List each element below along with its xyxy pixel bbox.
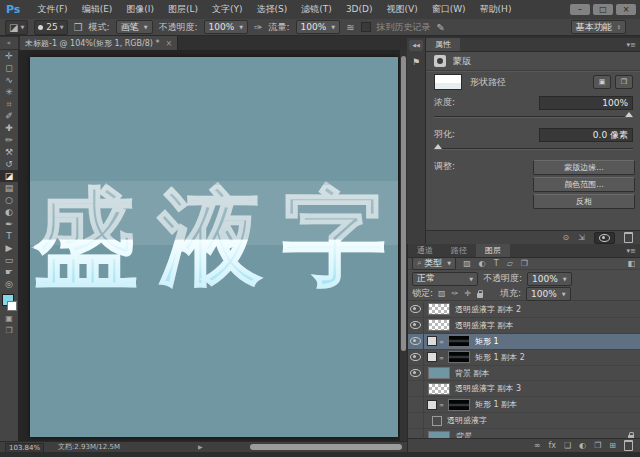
adjustment-layer-icon[interactable]: ◐ bbox=[579, 441, 586, 450]
document-canvas[interactable]: 盛液字 bbox=[30, 57, 398, 437]
layer-thumbnail[interactable] bbox=[428, 367, 450, 379]
menu-item[interactable]: 滤镜(T) bbox=[294, 4, 339, 14]
load-selection-icon[interactable]: ⊙ bbox=[563, 233, 570, 243]
shape-layers-filter-icon[interactable]: ▱ bbox=[507, 259, 513, 268]
close-button[interactable]: × bbox=[616, 4, 636, 15]
brush-tool[interactable]: ✏ bbox=[0, 134, 18, 146]
close-tab-icon[interactable]: × bbox=[165, 39, 172, 48]
toggle-brush-panel-icon[interactable]: ❒ bbox=[74, 22, 83, 33]
type-tool[interactable]: T bbox=[0, 230, 18, 242]
type-layers-filter-icon[interactable]: T bbox=[494, 259, 499, 268]
menu-item[interactable]: 选择(S) bbox=[250, 4, 295, 14]
layer-row[interactable]: 透明盛液字 副本 bbox=[408, 318, 640, 334]
layer-row[interactable]: 背景 副本 bbox=[408, 366, 640, 382]
zoom-tool[interactable]: ◎ bbox=[0, 278, 18, 290]
layer-thumbnail[interactable] bbox=[432, 416, 442, 426]
apply-mask-icon[interactable]: ⇲ bbox=[578, 233, 585, 243]
toggle-mask-eye-icon[interactable] bbox=[599, 234, 610, 242]
pixel-layers-filter-icon[interactable]: ▨ bbox=[463, 259, 471, 268]
visibility-toggle[interactable] bbox=[408, 366, 424, 381]
opacity-dropdown[interactable]: 100% ▼ bbox=[204, 20, 249, 34]
visibility-toggle[interactable] bbox=[408, 397, 424, 412]
document-tab[interactable]: 未标题-1 @ 104%(矩形 1, RGB/8) * × bbox=[20, 36, 178, 50]
visibility-toggle[interactable] bbox=[408, 318, 424, 333]
layer-style-icon[interactable]: fx bbox=[548, 441, 556, 450]
delete-mask-icon[interactable] bbox=[624, 232, 633, 243]
quick-selection-tool[interactable]: ✳ bbox=[0, 86, 18, 98]
smart-object-filter-icon[interactable]: ❐ bbox=[521, 259, 528, 268]
minimize-button[interactable]: – bbox=[570, 4, 590, 15]
menu-item[interactable]: 3D(D) bbox=[339, 4, 380, 14]
vector-mask-thumbnail[interactable] bbox=[427, 352, 437, 362]
panel-menu-icon[interactable]: ▾≡ bbox=[627, 41, 636, 49]
visibility-toggle[interactable] bbox=[408, 302, 424, 317]
pen-pressure-opacity-icon[interactable]: ✑ bbox=[254, 22, 262, 33]
delete-layer-icon[interactable] bbox=[624, 440, 633, 451]
menu-item[interactable]: 文字(Y) bbox=[205, 4, 250, 14]
filter-kind-dropdown[interactable]: ⌕ 类型 ▼ bbox=[412, 257, 456, 270]
pen-pressure-size-icon[interactable]: ✎ bbox=[437, 22, 445, 33]
current-tool-chip[interactable]: ◪ ▼ bbox=[5, 20, 28, 35]
lasso-tool[interactable]: ∿ bbox=[0, 74, 18, 86]
menu-item[interactable]: 文件(F) bbox=[30, 4, 74, 14]
toggle-mask-eye-icon-box[interactable] bbox=[594, 232, 615, 244]
density-value[interactable]: 100% bbox=[539, 96, 633, 110]
link-layers-icon[interactable]: ∞ bbox=[534, 441, 541, 450]
mask-edge-button[interactable]: 蒙版边缘... bbox=[533, 160, 635, 175]
tab-properties[interactable]: 属性 bbox=[426, 38, 460, 51]
add-vector-mask-button[interactable]: ❒ bbox=[615, 75, 633, 89]
menu-item[interactable]: 帮助(H) bbox=[473, 4, 519, 14]
add-pixel-mask-button[interactable]: ▣ bbox=[593, 75, 611, 89]
lock-all-icon[interactable] bbox=[477, 293, 483, 298]
hand-tool[interactable]: ☛ bbox=[0, 266, 18, 278]
marquee-tool[interactable]: ◻ bbox=[0, 62, 18, 74]
lock-transparency-icon[interactable]: ▨ bbox=[438, 289, 446, 298]
layer-thumbnail[interactable] bbox=[428, 383, 450, 395]
pen-tool[interactable]: ✒ bbox=[0, 218, 18, 230]
background-color-swatch[interactable] bbox=[7, 301, 17, 311]
mode-dropdown[interactable]: 画笔 ▼ bbox=[116, 20, 153, 34]
layer-group-icon[interactable]: ❐ bbox=[594, 441, 601, 450]
rectangle-tool[interactable]: ▭ bbox=[0, 254, 18, 266]
visibility-toggle[interactable] bbox=[408, 350, 424, 365]
vertical-scrollbar[interactable] bbox=[400, 50, 407, 441]
clone-stamp-tool[interactable]: ⚒ bbox=[0, 146, 18, 158]
path-selection-tool[interactable]: ▶ bbox=[0, 242, 18, 254]
vector-mask-thumbnail[interactable] bbox=[427, 400, 437, 410]
feather-slider[interactable] bbox=[434, 148, 633, 150]
status-menu-arrow-icon[interactable]: ▶ bbox=[198, 443, 203, 450]
menu-item[interactable]: 图层(L) bbox=[161, 4, 205, 14]
erase-to-history-checkbox[interactable] bbox=[361, 22, 371, 32]
vertical-scrollbar-thumb[interactable] bbox=[401, 56, 406, 351]
density-slider[interactable] bbox=[434, 116, 633, 118]
layer-thumbnail[interactable] bbox=[448, 399, 470, 411]
vector-mask-thumbnail[interactable] bbox=[427, 336, 437, 346]
menu-item[interactable]: 视图(V) bbox=[380, 4, 425, 14]
layer-row[interactable]: ∞矩形 1 副本 2 bbox=[408, 350, 640, 366]
color-range-button[interactable]: 颜色范围... bbox=[533, 177, 635, 192]
screen-mode-icon[interactable]: ❐ bbox=[0, 325, 18, 337]
lock-paint-icon[interactable]: ✑ bbox=[452, 289, 459, 298]
blend-mode-dropdown[interactable]: 正常 ▼ bbox=[412, 272, 478, 286]
toolbar-collapse-button[interactable]: « bbox=[0, 37, 18, 49]
tab-paths[interactable]: 路径 bbox=[442, 244, 476, 257]
gradient-tool[interactable]: ▤ bbox=[0, 182, 18, 194]
tab-layers[interactable]: 图层 bbox=[476, 244, 510, 257]
history-brush-tool[interactable]: ↺ bbox=[0, 158, 18, 170]
airbrush-icon[interactable]: ≋ bbox=[346, 22, 354, 33]
crop-tool[interactable]: ⌗ bbox=[0, 98, 18, 110]
layer-thumbnail[interactable] bbox=[448, 335, 470, 347]
history-panel-icon[interactable]: ⚑ bbox=[407, 55, 425, 69]
lock-position-icon[interactable]: ✛ bbox=[464, 289, 471, 298]
invert-button[interactable]: 反相 bbox=[533, 194, 635, 209]
add-mask-icon[interactable]: ❏ bbox=[564, 441, 571, 450]
density-slider-thumb[interactable] bbox=[625, 112, 633, 117]
flow-dropdown[interactable]: 100% ▼ bbox=[296, 20, 341, 34]
layer-thumbnail[interactable] bbox=[428, 303, 450, 315]
fill-dropdown[interactable]: 100% ▼ bbox=[526, 287, 571, 301]
brush-preset-picker[interactable]: 25 ▼ bbox=[34, 20, 67, 35]
layer-row[interactable]: ∞矩形 1 副本 bbox=[408, 397, 640, 413]
new-layer-icon[interactable]: ⊞ bbox=[609, 441, 616, 450]
layer-thumbnail[interactable] bbox=[448, 351, 470, 363]
layer-row[interactable]: 背景 bbox=[408, 429, 640, 438]
